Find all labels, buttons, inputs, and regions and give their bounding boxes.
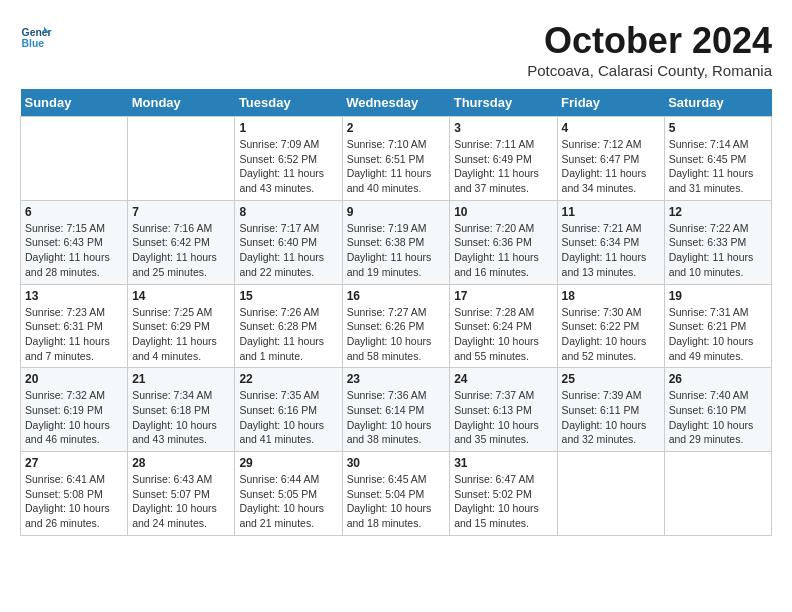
calendar-cell: [21, 117, 128, 201]
day-number: 22: [239, 372, 337, 386]
day-number: 25: [562, 372, 660, 386]
day-number: 29: [239, 456, 337, 470]
day-info: Sunrise: 7:23 AM Sunset: 6:31 PM Dayligh…: [25, 305, 123, 364]
logo-icon: General Blue: [20, 20, 52, 52]
week-row-3: 13Sunrise: 7:23 AM Sunset: 6:31 PM Dayli…: [21, 284, 772, 368]
day-info: Sunrise: 6:44 AM Sunset: 5:05 PM Dayligh…: [239, 472, 337, 531]
calendar-cell: 15Sunrise: 7:26 AM Sunset: 6:28 PM Dayli…: [235, 284, 342, 368]
month-title: October 2024: [527, 20, 772, 62]
day-number: 31: [454, 456, 552, 470]
day-number: 27: [25, 456, 123, 470]
calendar-cell: 11Sunrise: 7:21 AM Sunset: 6:34 PM Dayli…: [557, 200, 664, 284]
day-info: Sunrise: 7:35 AM Sunset: 6:16 PM Dayligh…: [239, 388, 337, 447]
day-info: Sunrise: 7:36 AM Sunset: 6:14 PM Dayligh…: [347, 388, 446, 447]
weekday-tuesday: Tuesday: [235, 89, 342, 117]
title-area: October 2024 Potcoava, Calarasi County, …: [527, 20, 772, 79]
calendar-cell: 25Sunrise: 7:39 AM Sunset: 6:11 PM Dayli…: [557, 368, 664, 452]
weekday-saturday: Saturday: [664, 89, 771, 117]
day-info: Sunrise: 7:28 AM Sunset: 6:24 PM Dayligh…: [454, 305, 552, 364]
day-number: 6: [25, 205, 123, 219]
calendar-cell: 31Sunrise: 6:47 AM Sunset: 5:02 PM Dayli…: [450, 452, 557, 536]
calendar-cell: 24Sunrise: 7:37 AM Sunset: 6:13 PM Dayli…: [450, 368, 557, 452]
page-header: General Blue October 2024 Potcoava, Cala…: [20, 20, 772, 79]
day-number: 11: [562, 205, 660, 219]
week-row-5: 27Sunrise: 6:41 AM Sunset: 5:08 PM Dayli…: [21, 452, 772, 536]
calendar-cell: 26Sunrise: 7:40 AM Sunset: 6:10 PM Dayli…: [664, 368, 771, 452]
week-row-2: 6Sunrise: 7:15 AM Sunset: 6:43 PM Daylig…: [21, 200, 772, 284]
day-info: Sunrise: 7:16 AM Sunset: 6:42 PM Dayligh…: [132, 221, 230, 280]
day-info: Sunrise: 7:30 AM Sunset: 6:22 PM Dayligh…: [562, 305, 660, 364]
day-info: Sunrise: 6:41 AM Sunset: 5:08 PM Dayligh…: [25, 472, 123, 531]
day-number: 18: [562, 289, 660, 303]
calendar-cell: 8Sunrise: 7:17 AM Sunset: 6:40 PM Daylig…: [235, 200, 342, 284]
day-number: 3: [454, 121, 552, 135]
calendar-cell: 29Sunrise: 6:44 AM Sunset: 5:05 PM Dayli…: [235, 452, 342, 536]
day-number: 12: [669, 205, 767, 219]
calendar-cell: 20Sunrise: 7:32 AM Sunset: 6:19 PM Dayli…: [21, 368, 128, 452]
day-info: Sunrise: 7:39 AM Sunset: 6:11 PM Dayligh…: [562, 388, 660, 447]
calendar-cell: 19Sunrise: 7:31 AM Sunset: 6:21 PM Dayli…: [664, 284, 771, 368]
day-info: Sunrise: 7:32 AM Sunset: 6:19 PM Dayligh…: [25, 388, 123, 447]
calendar-cell: 16Sunrise: 7:27 AM Sunset: 6:26 PM Dayli…: [342, 284, 450, 368]
calendar-cell: 14Sunrise: 7:25 AM Sunset: 6:29 PM Dayli…: [128, 284, 235, 368]
calendar-table: SundayMondayTuesdayWednesdayThursdayFrid…: [20, 89, 772, 536]
weekday-friday: Friday: [557, 89, 664, 117]
day-number: 13: [25, 289, 123, 303]
weekday-thursday: Thursday: [450, 89, 557, 117]
week-row-1: 1Sunrise: 7:09 AM Sunset: 6:52 PM Daylig…: [21, 117, 772, 201]
day-number: 14: [132, 289, 230, 303]
day-info: Sunrise: 7:22 AM Sunset: 6:33 PM Dayligh…: [669, 221, 767, 280]
day-info: Sunrise: 7:25 AM Sunset: 6:29 PM Dayligh…: [132, 305, 230, 364]
weekday-sunday: Sunday: [21, 89, 128, 117]
weekday-wednesday: Wednesday: [342, 89, 450, 117]
calendar-cell: 18Sunrise: 7:30 AM Sunset: 6:22 PM Dayli…: [557, 284, 664, 368]
day-number: 9: [347, 205, 446, 219]
calendar-cell: 7Sunrise: 7:16 AM Sunset: 6:42 PM Daylig…: [128, 200, 235, 284]
calendar-cell: 28Sunrise: 6:43 AM Sunset: 5:07 PM Dayli…: [128, 452, 235, 536]
day-number: 20: [25, 372, 123, 386]
calendar-cell: 12Sunrise: 7:22 AM Sunset: 6:33 PM Dayli…: [664, 200, 771, 284]
day-info: Sunrise: 7:21 AM Sunset: 6:34 PM Dayligh…: [562, 221, 660, 280]
week-row-4: 20Sunrise: 7:32 AM Sunset: 6:19 PM Dayli…: [21, 368, 772, 452]
calendar-cell: 22Sunrise: 7:35 AM Sunset: 6:16 PM Dayli…: [235, 368, 342, 452]
day-number: 19: [669, 289, 767, 303]
day-number: 26: [669, 372, 767, 386]
calendar-cell: [557, 452, 664, 536]
calendar-cell: 13Sunrise: 7:23 AM Sunset: 6:31 PM Dayli…: [21, 284, 128, 368]
day-info: Sunrise: 7:12 AM Sunset: 6:47 PM Dayligh…: [562, 137, 660, 196]
calendar-cell: [664, 452, 771, 536]
calendar-body: 1Sunrise: 7:09 AM Sunset: 6:52 PM Daylig…: [21, 117, 772, 536]
day-info: Sunrise: 7:27 AM Sunset: 6:26 PM Dayligh…: [347, 305, 446, 364]
calendar-cell: 10Sunrise: 7:20 AM Sunset: 6:36 PM Dayli…: [450, 200, 557, 284]
calendar-cell: 2Sunrise: 7:10 AM Sunset: 6:51 PM Daylig…: [342, 117, 450, 201]
day-number: 24: [454, 372, 552, 386]
calendar-cell: 9Sunrise: 7:19 AM Sunset: 6:38 PM Daylig…: [342, 200, 450, 284]
calendar-cell: 1Sunrise: 7:09 AM Sunset: 6:52 PM Daylig…: [235, 117, 342, 201]
calendar-cell: 6Sunrise: 7:15 AM Sunset: 6:43 PM Daylig…: [21, 200, 128, 284]
weekday-monday: Monday: [128, 89, 235, 117]
day-info: Sunrise: 6:45 AM Sunset: 5:04 PM Dayligh…: [347, 472, 446, 531]
day-info: Sunrise: 7:17 AM Sunset: 6:40 PM Dayligh…: [239, 221, 337, 280]
location-title: Potcoava, Calarasi County, Romania: [527, 62, 772, 79]
day-info: Sunrise: 7:09 AM Sunset: 6:52 PM Dayligh…: [239, 137, 337, 196]
day-info: Sunrise: 7:20 AM Sunset: 6:36 PM Dayligh…: [454, 221, 552, 280]
day-number: 10: [454, 205, 552, 219]
day-number: 16: [347, 289, 446, 303]
day-info: Sunrise: 7:14 AM Sunset: 6:45 PM Dayligh…: [669, 137, 767, 196]
calendar-cell: 4Sunrise: 7:12 AM Sunset: 6:47 PM Daylig…: [557, 117, 664, 201]
calendar-cell: 21Sunrise: 7:34 AM Sunset: 6:18 PM Dayli…: [128, 368, 235, 452]
day-number: 8: [239, 205, 337, 219]
day-number: 21: [132, 372, 230, 386]
day-number: 23: [347, 372, 446, 386]
logo: General Blue: [20, 20, 52, 52]
day-number: 1: [239, 121, 337, 135]
weekday-header-row: SundayMondayTuesdayWednesdayThursdayFrid…: [21, 89, 772, 117]
calendar-cell: 5Sunrise: 7:14 AM Sunset: 6:45 PM Daylig…: [664, 117, 771, 201]
calendar-cell: 3Sunrise: 7:11 AM Sunset: 6:49 PM Daylig…: [450, 117, 557, 201]
calendar-cell: 30Sunrise: 6:45 AM Sunset: 5:04 PM Dayli…: [342, 452, 450, 536]
day-number: 28: [132, 456, 230, 470]
day-number: 5: [669, 121, 767, 135]
svg-text:Blue: Blue: [22, 38, 45, 49]
day-info: Sunrise: 7:11 AM Sunset: 6:49 PM Dayligh…: [454, 137, 552, 196]
day-number: 2: [347, 121, 446, 135]
